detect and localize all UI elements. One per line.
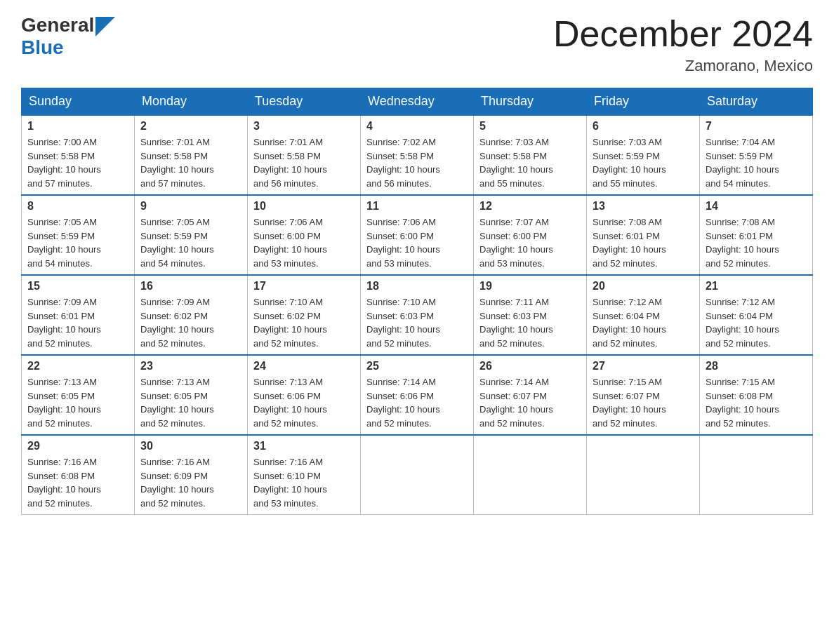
- day-info: Sunrise: 7:11 AMSunset: 6:03 PMDaylight:…: [479, 295, 581, 350]
- calendar-cell: 29Sunrise: 7:16 AMSunset: 6:08 PMDayligh…: [22, 435, 135, 515]
- day-info: Sunrise: 7:09 AMSunset: 6:02 PMDaylight:…: [140, 295, 241, 350]
- calendar-cell: 10Sunrise: 7:06 AMSunset: 6:00 PMDayligh…: [248, 195, 361, 275]
- calendar-cell: [587, 435, 700, 515]
- day-number: 15: [27, 280, 128, 293]
- day-info: Sunrise: 7:08 AMSunset: 6:01 PMDaylight:…: [593, 215, 694, 270]
- calendar-cell: 13Sunrise: 7:08 AMSunset: 6:01 PMDayligh…: [587, 195, 700, 275]
- day-info: Sunrise: 7:15 AMSunset: 6:08 PMDaylight:…: [706, 375, 807, 430]
- day-number: 1: [27, 120, 128, 133]
- calendar-cell: 11Sunrise: 7:06 AMSunset: 6:00 PMDayligh…: [361, 195, 474, 275]
- calendar-cell: 30Sunrise: 7:16 AMSunset: 6:09 PMDayligh…: [135, 435, 248, 515]
- day-number: 28: [706, 360, 807, 373]
- calendar-cell: 15Sunrise: 7:09 AMSunset: 6:01 PMDayligh…: [22, 275, 135, 355]
- weekday-header-saturday: Saturday: [700, 88, 813, 116]
- calendar-cell: 23Sunrise: 7:13 AMSunset: 6:05 PMDayligh…: [135, 355, 248, 435]
- day-info: Sunrise: 7:00 AMSunset: 5:58 PMDaylight:…: [27, 135, 128, 190]
- calendar-cell: 14Sunrise: 7:08 AMSunset: 6:01 PMDayligh…: [700, 195, 813, 275]
- day-number: 19: [479, 280, 581, 293]
- calendar-cell: 24Sunrise: 7:13 AMSunset: 6:06 PMDayligh…: [248, 355, 361, 435]
- calendar-cell: 6Sunrise: 7:03 AMSunset: 5:59 PMDaylight…: [587, 115, 700, 195]
- day-number: 6: [593, 120, 694, 133]
- calendar-table: SundayMondayTuesdayWednesdayThursdayFrid…: [21, 88, 813, 515]
- day-info: Sunrise: 7:12 AMSunset: 6:04 PMDaylight:…: [706, 295, 807, 350]
- header: General Blue December 2024 Zamorano, Mex…: [21, 14, 813, 75]
- day-info: Sunrise: 7:05 AMSunset: 5:59 PMDaylight:…: [27, 215, 128, 270]
- day-number: 30: [140, 440, 241, 452]
- day-number: 12: [479, 200, 581, 213]
- day-number: 29: [27, 440, 128, 452]
- calendar-cell: 1Sunrise: 7:00 AMSunset: 5:58 PMDaylight…: [22, 115, 135, 195]
- day-info: Sunrise: 7:01 AMSunset: 5:58 PMDaylight:…: [253, 135, 355, 190]
- day-number: 21: [706, 280, 807, 293]
- day-number: 9: [140, 200, 241, 213]
- logo-triangle-icon: [95, 17, 115, 36]
- day-info: Sunrise: 7:02 AMSunset: 5:58 PMDaylight:…: [366, 135, 468, 190]
- day-number: 17: [253, 280, 355, 293]
- calendar-cell: 16Sunrise: 7:09 AMSunset: 6:02 PMDayligh…: [135, 275, 248, 355]
- day-info: Sunrise: 7:07 AMSunset: 6:00 PMDaylight:…: [479, 215, 581, 270]
- calendar-cell: 22Sunrise: 7:13 AMSunset: 6:05 PMDayligh…: [22, 355, 135, 435]
- week-row-2: 8Sunrise: 7:05 AMSunset: 5:59 PMDaylight…: [22, 195, 813, 275]
- day-info: Sunrise: 7:10 AMSunset: 6:02 PMDaylight:…: [253, 295, 355, 350]
- day-number: 3: [253, 120, 355, 133]
- day-info: Sunrise: 7:05 AMSunset: 5:59 PMDaylight:…: [140, 215, 241, 270]
- weekday-header-thursday: Thursday: [474, 88, 587, 116]
- calendar-cell: 28Sunrise: 7:15 AMSunset: 6:08 PMDayligh…: [700, 355, 813, 435]
- day-number: 7: [706, 120, 807, 133]
- week-row-5: 29Sunrise: 7:16 AMSunset: 6:08 PMDayligh…: [22, 435, 813, 515]
- calendar-cell: 4Sunrise: 7:02 AMSunset: 5:58 PMDaylight…: [361, 115, 474, 195]
- day-info: Sunrise: 7:16 AMSunset: 6:10 PMDaylight:…: [253, 455, 355, 510]
- day-info: Sunrise: 7:10 AMSunset: 6:03 PMDaylight:…: [366, 295, 468, 350]
- day-number: 25: [366, 360, 468, 373]
- day-info: Sunrise: 7:15 AMSunset: 6:07 PMDaylight:…: [593, 375, 694, 430]
- day-number: 5: [479, 120, 581, 133]
- day-number: 14: [706, 200, 807, 213]
- calendar-cell: [474, 435, 587, 515]
- week-row-3: 15Sunrise: 7:09 AMSunset: 6:01 PMDayligh…: [22, 275, 813, 355]
- calendar-cell: 17Sunrise: 7:10 AMSunset: 6:02 PMDayligh…: [248, 275, 361, 355]
- title-area: December 2024 Zamorano, Mexico: [553, 14, 813, 75]
- day-info: Sunrise: 7:13 AMSunset: 6:05 PMDaylight:…: [140, 375, 241, 430]
- day-number: 27: [593, 360, 694, 373]
- calendar-cell: 12Sunrise: 7:07 AMSunset: 6:00 PMDayligh…: [474, 195, 587, 275]
- weekday-header-friday: Friday: [587, 88, 700, 116]
- day-info: Sunrise: 7:16 AMSunset: 6:08 PMDaylight:…: [27, 455, 128, 510]
- calendar-cell: 20Sunrise: 7:12 AMSunset: 6:04 PMDayligh…: [587, 275, 700, 355]
- calendar-cell: 25Sunrise: 7:14 AMSunset: 6:06 PMDayligh…: [361, 355, 474, 435]
- day-number: 23: [140, 360, 241, 373]
- weekday-header-monday: Monday: [135, 88, 248, 116]
- calendar-cell: 8Sunrise: 7:05 AMSunset: 5:59 PMDaylight…: [22, 195, 135, 275]
- calendar-cell: 7Sunrise: 7:04 AMSunset: 5:59 PMDaylight…: [700, 115, 813, 195]
- day-number: 24: [253, 360, 355, 373]
- day-info: Sunrise: 7:08 AMSunset: 6:01 PMDaylight:…: [706, 215, 807, 270]
- day-info: Sunrise: 7:03 AMSunset: 5:58 PMDaylight:…: [479, 135, 581, 190]
- day-info: Sunrise: 7:04 AMSunset: 5:59 PMDaylight:…: [706, 135, 807, 190]
- day-info: Sunrise: 7:09 AMSunset: 6:01 PMDaylight:…: [27, 295, 128, 350]
- calendar-cell: 26Sunrise: 7:14 AMSunset: 6:07 PMDayligh…: [474, 355, 587, 435]
- calendar-cell: 9Sunrise: 7:05 AMSunset: 5:59 PMDaylight…: [135, 195, 248, 275]
- calendar-cell: 3Sunrise: 7:01 AMSunset: 5:58 PMDaylight…: [248, 115, 361, 195]
- day-number: 31: [253, 440, 355, 452]
- weekday-header-tuesday: Tuesday: [248, 88, 361, 116]
- day-number: 11: [366, 200, 468, 213]
- weekday-header-wednesday: Wednesday: [361, 88, 474, 116]
- day-info: Sunrise: 7:16 AMSunset: 6:09 PMDaylight:…: [140, 455, 241, 510]
- calendar-cell: 21Sunrise: 7:12 AMSunset: 6:04 PMDayligh…: [700, 275, 813, 355]
- calendar-cell: [361, 435, 474, 515]
- month-title: December 2024: [553, 14, 813, 54]
- calendar-cell: 5Sunrise: 7:03 AMSunset: 5:58 PMDaylight…: [474, 115, 587, 195]
- location-title: Zamorano, Mexico: [553, 57, 813, 75]
- calendar-cell: 27Sunrise: 7:15 AMSunset: 6:07 PMDayligh…: [587, 355, 700, 435]
- day-number: 8: [27, 200, 128, 213]
- calendar-cell: 31Sunrise: 7:16 AMSunset: 6:10 PMDayligh…: [248, 435, 361, 515]
- calendar-cell: 19Sunrise: 7:11 AMSunset: 6:03 PMDayligh…: [474, 275, 587, 355]
- calendar-cell: [700, 435, 813, 515]
- logo-general-text: General: [21, 14, 94, 36]
- day-info: Sunrise: 7:14 AMSunset: 6:06 PMDaylight:…: [366, 375, 468, 430]
- day-number: 4: [366, 120, 468, 133]
- weekday-header-sunday: Sunday: [22, 88, 135, 116]
- day-number: 26: [479, 360, 581, 373]
- weekday-header-row: SundayMondayTuesdayWednesdayThursdayFrid…: [22, 88, 813, 116]
- day-info: Sunrise: 7:13 AMSunset: 6:06 PMDaylight:…: [253, 375, 355, 430]
- day-info: Sunrise: 7:14 AMSunset: 6:07 PMDaylight:…: [479, 375, 581, 430]
